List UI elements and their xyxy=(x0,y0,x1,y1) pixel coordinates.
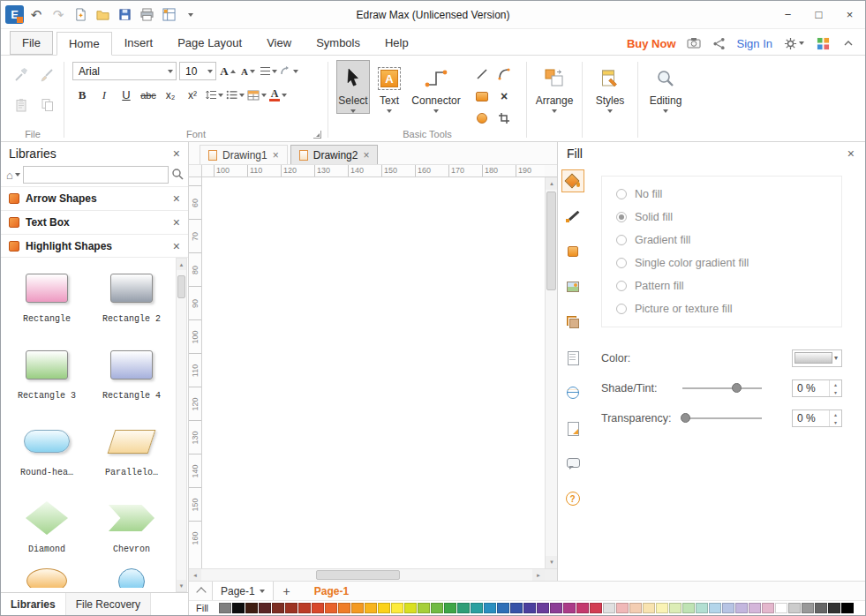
color-swatch[interactable] xyxy=(471,603,483,613)
new-document-icon[interactable] xyxy=(71,5,90,25)
transparency-spinner[interactable]: 0 % ▴▾ xyxy=(792,409,842,427)
color-swatch[interactable] xyxy=(735,603,748,613)
line-tool-icon[interactable] xyxy=(471,64,493,85)
libraries-close-icon[interactable] xyxy=(173,147,180,160)
help-icon[interactable] xyxy=(561,487,584,510)
color-swatch[interactable] xyxy=(444,603,456,613)
ribbon-tab[interactable]: Symbols xyxy=(304,31,373,55)
minimize-button[interactable]: − xyxy=(772,1,803,28)
color-swatch[interactable] xyxy=(523,603,536,613)
shape-icon[interactable] xyxy=(561,240,584,263)
fill-option[interactable]: Picture or texture fill xyxy=(616,303,827,315)
expand-strip-icon[interactable] xyxy=(196,587,206,597)
close-document-icon[interactable] xyxy=(363,150,369,161)
arc-tool-icon[interactable] xyxy=(493,64,515,85)
horizontal-scrollbar[interactable]: ◄ ► xyxy=(189,568,557,581)
ribbon-tab[interactable]: File xyxy=(10,31,53,55)
shade-tint-spinner[interactable]: 0 % ▴▾ xyxy=(792,379,842,397)
color-swatch[interactable] xyxy=(325,603,337,613)
color-swatch[interactable] xyxy=(312,603,324,613)
brush-icon[interactable] xyxy=(36,62,59,88)
line-spacing-button[interactable] xyxy=(205,86,223,104)
color-swatch[interactable] xyxy=(245,603,258,613)
page-setup-icon[interactable] xyxy=(561,346,584,369)
vertical-scrollbar[interactable]: ▲ ▼ xyxy=(545,177,557,568)
scroll-up-icon[interactable]: ▲ xyxy=(177,259,186,270)
library-shape[interactable]: Round-hea… xyxy=(4,422,89,488)
library-shape[interactable]: Diamond xyxy=(4,499,89,565)
strikethrough-button[interactable]: abc xyxy=(139,86,158,104)
close-document-icon[interactable] xyxy=(273,150,279,161)
font-family-select[interactable]: Arial xyxy=(72,62,177,80)
libraries-scrollbar[interactable]: ▲ ▼ xyxy=(176,258,187,592)
fill-color-dropdown[interactable]: ▾ xyxy=(792,349,842,367)
color-swatch[interactable] xyxy=(219,603,231,613)
fill-panel-close-icon[interactable] xyxy=(847,147,855,160)
library-shape[interactable]: Rectangle 4 xyxy=(89,345,174,411)
fill-option[interactable]: Single color gradient fill xyxy=(616,257,827,269)
library-section-header[interactable]: Highlight Shapes xyxy=(1,234,188,258)
color-swatch[interactable] xyxy=(285,603,297,613)
color-swatch[interactable] xyxy=(841,603,854,613)
library-shape[interactable]: Parallelo… xyxy=(89,422,174,488)
library-section-header[interactable]: Arrow Shapes xyxy=(1,186,188,210)
buy-now-link[interactable]: Buy Now xyxy=(627,37,676,50)
color-swatch[interactable] xyxy=(682,603,695,613)
scroll-down-icon[interactable]: ▼ xyxy=(546,556,558,568)
transparency-slider[interactable] xyxy=(682,409,762,427)
select-tool-button[interactable]: Select xyxy=(336,60,370,114)
fill-option[interactable]: Solid fill xyxy=(616,211,827,223)
ribbon-tab[interactable]: Page Layout xyxy=(165,31,254,55)
color-swatch[interactable] xyxy=(537,603,549,613)
scrollbar-thumb[interactable] xyxy=(316,570,400,580)
format-painter-icon[interactable] xyxy=(10,62,33,88)
underline-button[interactable]: U xyxy=(117,86,136,104)
color-swatch[interactable] xyxy=(616,603,629,613)
color-swatch[interactable] xyxy=(788,603,801,613)
panel-bottom-tab[interactable]: Libraries xyxy=(1,593,66,615)
color-swatch[interactable] xyxy=(815,603,827,613)
color-swatch[interactable] xyxy=(431,603,443,613)
color-swatch[interactable] xyxy=(722,603,734,613)
decrease-font-button[interactable]: A xyxy=(239,62,257,80)
share-icon[interactable] xyxy=(712,35,727,51)
ribbon-tab[interactable]: Home xyxy=(56,32,112,56)
theme-icon[interactable] xyxy=(561,311,584,334)
spin-down-icon[interactable]: ▾ xyxy=(830,388,841,396)
collapse-ribbon-icon[interactable] xyxy=(840,35,856,51)
quick-toolbar-dropdown-icon[interactable] xyxy=(181,5,200,25)
spin-down-icon[interactable]: ▾ xyxy=(830,418,841,426)
add-page-button[interactable]: + xyxy=(279,584,295,598)
text-rotate-button[interactable] xyxy=(280,62,298,80)
document-tab[interactable]: Drawing1 xyxy=(200,145,288,164)
color-swatch[interactable] xyxy=(696,603,708,613)
font-color-button[interactable]: A xyxy=(269,86,287,104)
spin-up-icon[interactable]: ▴ xyxy=(830,410,841,418)
color-swatch[interactable] xyxy=(484,603,496,613)
color-swatch[interactable] xyxy=(828,603,840,613)
print-icon[interactable] xyxy=(137,5,156,25)
color-swatch[interactable] xyxy=(643,603,655,613)
ribbon-tab[interactable]: Help xyxy=(373,31,421,55)
color-swatch[interactable] xyxy=(669,603,682,613)
arrange-button[interactable]: Arrange xyxy=(530,60,579,139)
undo-icon[interactable]: ↶ xyxy=(26,5,46,25)
open-icon[interactable] xyxy=(93,5,112,25)
fill-option[interactable]: Pattern fill xyxy=(616,280,827,292)
scrollbar-thumb[interactable] xyxy=(177,275,185,298)
color-swatch[interactable] xyxy=(338,603,350,613)
color-swatch[interactable] xyxy=(802,603,814,613)
color-swatch[interactable] xyxy=(391,603,403,613)
panel-bottom-tab[interactable]: File Recovery xyxy=(66,593,151,615)
paste-icon[interactable] xyxy=(10,92,33,118)
bold-button[interactable]: B xyxy=(72,86,92,104)
text-tool-button[interactable]: A Text xyxy=(373,60,406,114)
fill-option[interactable]: Gradient fill xyxy=(616,234,827,246)
color-swatch[interactable] xyxy=(510,603,523,613)
scroll-up-icon[interactable]: ▲ xyxy=(546,177,558,190)
copy-icon[interactable] xyxy=(36,92,59,118)
superscript-button[interactable]: x² xyxy=(183,86,202,104)
search-icon[interactable] xyxy=(171,168,184,183)
scrollbar-thumb[interactable] xyxy=(546,192,556,290)
library-shape[interactable]: Rectangle 3 xyxy=(4,345,89,411)
